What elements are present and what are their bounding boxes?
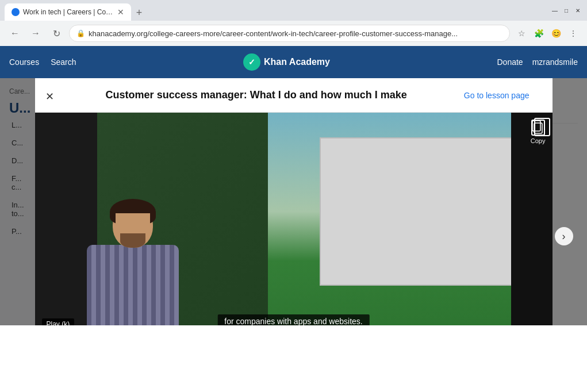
url-text: khanacademy.org/college-careers-more/car… [89, 29, 502, 38]
menu-button[interactable]: ⋮ [566, 26, 580, 40]
modal-overlay: ✕ Customer success manager: What I do an… [0, 78, 587, 325]
video-person [87, 202, 179, 325]
page-content: Care... U... L... C... D... F...c... In.… [0, 78, 587, 325]
person-face [116, 213, 150, 248]
tab-favicon [11, 8, 20, 16]
forward-button[interactable]: → [28, 25, 44, 41]
video-frame: for companies with apps and websites. Co… [35, 113, 553, 325]
next-arrow-button[interactable]: › [555, 227, 573, 245]
person-body [87, 245, 179, 325]
person-head [113, 202, 153, 248]
new-tab-button[interactable]: + [131, 5, 147, 21]
scene-right-frame [511, 113, 553, 325]
modal-close-button[interactable]: ✕ [42, 89, 58, 105]
active-tab[interactable]: Work in tech | Careers | College... ✕ [5, 3, 131, 21]
profile-nav-item[interactable]: mzrandsmile [532, 57, 578, 67]
modal-dialog: ✕ Customer success manager: What I do an… [35, 78, 553, 325]
go-to-lesson-link[interactable]: Go to lesson page [464, 91, 530, 100]
modal-header: ✕ Customer success manager: What I do an… [35, 78, 553, 113]
title-bar: Work in tech | Careers | College... ✕ + … [0, 0, 587, 21]
tab-close-button[interactable]: ✕ [117, 7, 124, 17]
modal-title: Customer success manager: What I do and … [58, 89, 455, 101]
minimize-button[interactable]: — [550, 6, 559, 15]
video-container: for companies with apps and websites. Co… [35, 113, 553, 325]
donate-nav-item[interactable]: Donate [497, 57, 523, 67]
copy-icon [531, 120, 545, 136]
tab-strip: Work in tech | Careers | College... ✕ + [5, 0, 546, 21]
person-beard [120, 233, 145, 248]
copy-button[interactable]: Copy [531, 120, 546, 144]
svg-rect-1 [532, 121, 540, 131]
ka-logo[interactable]: ✓ Khan Academy [88, 53, 486, 71]
scene-building [320, 137, 527, 286]
back-button[interactable]: ← [7, 25, 23, 41]
copy-label: Copy [531, 137, 546, 144]
ka-navigation: Courses Search ✓ Khan Academy Donate mzr… [0, 46, 587, 78]
bookmark-button[interactable]: ☆ [515, 26, 528, 40]
browser-chrome: Work in tech | Careers | College... ✕ + … [0, 0, 587, 46]
maximize-button[interactable]: □ [562, 6, 571, 15]
url-actions: ☆ 🧩 😊 ⋮ [515, 26, 580, 40]
window-controls: — □ ✕ [550, 6, 582, 15]
ka-logo-text: Khan Academy [264, 57, 330, 67]
profile-button[interactable]: 😊 [549, 26, 563, 40]
ka-nav-right: Donate mzrandsmile [497, 57, 578, 67]
extensions-button[interactable]: 🧩 [532, 26, 546, 40]
video-scene [35, 113, 553, 325]
subtitle-bar: for companies with apps and websites. [217, 314, 369, 325]
search-nav-item[interactable]: Search [51, 57, 76, 67]
refresh-button[interactable]: ↻ [48, 25, 64, 41]
ka-logo-icon: ✓ [243, 53, 260, 71]
courses-nav-item[interactable]: Courses [9, 57, 39, 67]
close-button[interactable]: ✕ [573, 6, 582, 15]
url-bar[interactable]: 🔒 khanacademy.org/college-careers-more/c… [69, 25, 510, 42]
svg-rect-0 [534, 123, 542, 133]
lock-icon: 🔒 [76, 29, 85, 37]
subtitle-text: for companies with apps and websites. [224, 317, 362, 325]
address-bar: ← → ↻ 🔒 khanacademy.org/college-careers-… [0, 21, 587, 46]
tab-label: Work in tech | Careers | College... [23, 8, 114, 16]
